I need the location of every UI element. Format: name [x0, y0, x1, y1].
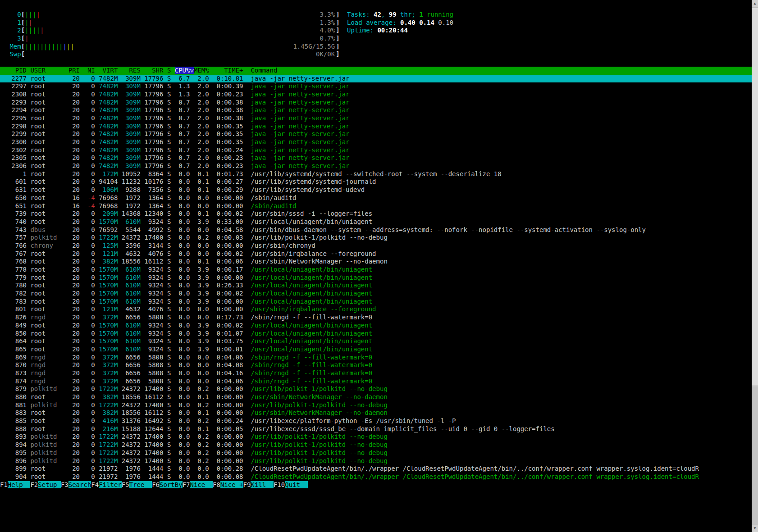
process-row[interactable]: 650 root 16 -4 76968 1972 1364 S 0.0 0.0…	[0, 194, 752, 202]
process-row[interactable]: 1 root 20 0 172M 10952 8364 S 0.0 0.1 0:…	[0, 170, 752, 178]
column-header-ni[interactable]: NI	[83, 67, 99, 74]
process-row[interactable]: 2308 root 20 0 7482M 309M 17796 S 1.3 2.…	[0, 91, 752, 99]
fnkey-nice-[interactable]: F8Nice +	[213, 481, 243, 488]
process-row[interactable]: 601 root 20 0 94104 11232 10176 S 0.0 0.…	[0, 178, 752, 186]
process-row[interactable]: 2295 root 20 0 7482M 309M 17796 S 0.7 2.…	[0, 114, 752, 123]
cell-pri: 20	[68, 106, 84, 114]
load-average: Load average: 0.40 0.14 0.10	[347, 19, 453, 27]
column-header-res[interactable]: RES	[122, 67, 145, 74]
process-row[interactable]: 893 polkitd 20 0 1722M 24372 17400 S 0.0…	[0, 433, 752, 441]
process-row[interactable]: 894 polkitd 20 0 1722M 24372 17400 S 0.0…	[0, 441, 752, 449]
process-row[interactable]: 739 root 20 0 209M 14368 12340 S 0.0 0.1…	[0, 210, 752, 218]
fnkey-nice-[interactable]: F7Nice -	[183, 481, 213, 488]
process-row[interactable]: 2294 root 20 0 7482M 309M 17796 S 0.7 2.…	[0, 106, 752, 114]
process-row[interactable]: 870 rngd 20 0 372M 6656 5808 S 0.0 0.0 0…	[0, 361, 752, 369]
process-row[interactable]: 895 polkitd 20 0 1722M 24372 17400 S 0.0…	[0, 449, 752, 457]
cell-state: S	[167, 162, 175, 169]
cell-res: 6656	[122, 377, 145, 385]
process-row[interactable]: 2300 root 20 0 7482M 309M 17796 S 0.7 2.…	[0, 138, 752, 146]
scrollbar[interactable]: ▲ ▼	[752, 0, 758, 532]
process-row[interactable]: 740 root 20 0 1570M 610M 9324 S 0.0 3.9 …	[0, 218, 752, 226]
meter-track: |||||||||||||1.45G/15.5G	[25, 43, 336, 51]
cell-ni: 0	[83, 417, 99, 424]
process-row[interactable]: 768 root 20 0 382M 18556 16112 S 0.0 0.1…	[0, 258, 752, 266]
cell-state: S	[167, 226, 175, 233]
process-row[interactable]: 2277 root 20 0 7482M 309M 17796 S 6.7 2.…	[0, 75, 752, 83]
process-row[interactable]: 881 polkitd 20 0 1722M 24372 17400 S 0.0…	[0, 401, 752, 409]
fnkey-filter[interactable]: F4Filter	[91, 481, 121, 488]
process-row[interactable]: 879 polkitd 20 0 1722M 24372 17400 S 0.0…	[0, 385, 752, 393]
cell-virt: 21972	[99, 465, 122, 472]
table-header: PID USER PRI NI VIRT RES SHR S CPU%▽MEM%…	[0, 67, 752, 75]
process-row[interactable]: 778 root 20 0 1570M 610M 9324 S 0.0 3.9 …	[0, 266, 752, 274]
process-row[interactable]: 864 root 20 0 1570M 610M 9324 S 0.0 3.9 …	[0, 337, 752, 346]
process-row[interactable]: 783 root 20 0 1570M 610M 9324 S 0.0 3.9 …	[0, 298, 752, 306]
cell-ni: 0	[83, 123, 99, 130]
process-row[interactable]: 743 dbus 20 0 76592 5544 4992 S 0.0 0.0 …	[0, 226, 752, 234]
process-row[interactable]: 631 root 20 0 106M 9288 7356 S 0.0 0.1 0…	[0, 186, 752, 194]
cell-mem: 2.0	[194, 91, 213, 98]
column-header-user[interactable]: USER	[30, 67, 68, 74]
process-row[interactable]: 801 root 20 0 121M 4632 4076 S 0.0 0.0 0…	[0, 305, 752, 314]
column-header-virt[interactable]: VIRT	[99, 67, 122, 74]
cell-ni: 0	[83, 465, 99, 472]
fnkey-sortby[interactable]: F6SortBy	[152, 481, 182, 488]
process-row[interactable]: 874 rngd 20 0 372M 6656 5808 S 0.0 0.0 0…	[0, 377, 752, 386]
column-header-cpu-sort[interactable]: CPU%▽	[175, 67, 194, 74]
process-row[interactable]: 826 rngd 20 0 372M 6656 5808 S 0.0 0.0 0…	[0, 314, 752, 322]
column-header-pri[interactable]: PRI	[68, 67, 84, 74]
process-row[interactable]: 779 root 20 0 1570M 610M 9324 S 0.0 3.9 …	[0, 274, 752, 282]
process-row[interactable]: 896 polkitd 20 0 1722M 24372 17400 S 0.0…	[0, 457, 752, 465]
cell-state: S	[167, 305, 175, 313]
cell-cpu: 0.0	[175, 322, 194, 329]
scroll-up-icon[interactable]: ▲	[752, 0, 758, 7]
process-row[interactable]: 850 root 20 0 1570M 610M 9324 S 0.0 3.9 …	[0, 330, 752, 338]
column-header-command[interactable]: Command	[251, 67, 277, 74]
process-row[interactable]: 869 rngd 20 0 372M 6656 5808 S 0.0 0.0 0…	[0, 354, 752, 362]
process-row[interactable]: 880 root 20 0 382M 18556 16112 S 0.0 0.1…	[0, 393, 752, 401]
process-row[interactable]: 849 root 20 0 1570M 610M 9324 S 0.0 3.9 …	[0, 322, 752, 330]
process-row[interactable]: 757 polkitd 20 0 1722M 24372 17400 S 0.0…	[0, 234, 752, 242]
fnkey-setup[interactable]: F2Setup	[30, 481, 60, 488]
scroll-down-icon[interactable]: ▼	[752, 525, 758, 532]
process-row[interactable]: 865 root 20 0 1570M 610M 9324 S 0.0 3.9 …	[0, 346, 752, 354]
cell-virt: 121M	[99, 250, 122, 257]
process-row[interactable]: 2306 root 20 0 7482M 309M 17796 S 0.7 2.…	[0, 162, 752, 170]
cell-state: S	[167, 210, 175, 217]
process-row[interactable]: 651 root 16 -4 76968 1972 1364 S 0.0 0.0…	[0, 202, 752, 210]
process-row[interactable]: 904 root 20 0 21972 1976 1444 S 0.0 0.0 …	[0, 473, 752, 481]
fnkey-number: F8	[213, 481, 220, 488]
fnkey-kill[interactable]: F9Kill	[243, 481, 274, 488]
cell-time: 0:00.08	[213, 473, 251, 480]
column-header-state[interactable]: S	[167, 67, 175, 74]
fnkey-quit[interactable]: F10Quit	[274, 481, 308, 488]
cell-shr: 1444	[144, 465, 167, 472]
process-row[interactable]: 885 root 20 0 416M 31376 16492 S 0.0 0.2…	[0, 417, 752, 425]
process-row[interactable]: 766 chrony 20 0 125M 3596 3144 S 0.0 0.0…	[0, 242, 752, 250]
process-row[interactable]: 899 root 20 0 21972 1976 1444 S 0.0 0.0 …	[0, 465, 752, 473]
fnkey-search[interactable]: F3Search	[61, 481, 91, 488]
process-row[interactable]: 2302 root 20 0 7482M 309M 17796 S 0.7 2.…	[0, 146, 752, 155]
process-row[interactable]: 767 root 20 0 121M 4632 4076 S 0.0 0.0 0…	[0, 250, 752, 258]
column-header-mem[interactable]: MEM%	[194, 67, 213, 74]
process-row[interactable]: 780 root 20 0 1570M 610M 9324 S 0.0 3.9 …	[0, 282, 752, 290]
fnkey-tree[interactable]: F5Tree	[122, 481, 152, 488]
process-row[interactable]: 782 root 20 0 1570M 610M 9324 S 0.0 3.9 …	[0, 290, 752, 298]
process-row[interactable]: 888 root 20 0 216M 15188 12644 S 0.0 0.1…	[0, 425, 752, 433]
scrollbar-thumb[interactable]	[752, 8, 758, 386]
column-header-shr[interactable]: SHR	[144, 67, 167, 74]
process-row[interactable]: 883 root 20 0 382M 18556 16112 S 0.0 0.1…	[0, 409, 752, 417]
cell-res: 18556	[122, 393, 145, 400]
fnkey-help[interactable]: F1Help	[0, 481, 30, 488]
column-header-time[interactable]: TIME+	[213, 67, 251, 74]
process-row[interactable]: 2297 root 20 0 7482M 309M 17796 S 1.3 2.…	[0, 82, 752, 91]
process-row[interactable]: 873 rngd 20 0 372M 6656 5808 S 0.0 0.0 0…	[0, 369, 752, 377]
process-row[interactable]: 2305 root 20 0 7482M 309M 17796 S 0.7 2.…	[0, 154, 752, 162]
cell-pri: 16	[68, 194, 84, 201]
process-row[interactable]: 2298 root 20 0 7482M 309M 17796 S 0.7 2.…	[0, 123, 752, 131]
cell-command: /usr/lib/polkit-1/polkitd --no-debug	[251, 433, 387, 440]
process-row[interactable]: 2293 root 20 0 7482M 309M 17796 S 0.7 2.…	[0, 99, 752, 107]
cell-pri: 20	[68, 218, 84, 225]
column-header-pid[interactable]: PID	[0, 67, 30, 74]
process-row[interactable]: 2299 root 20 0 7482M 309M 17796 S 0.7 2.…	[0, 130, 752, 138]
